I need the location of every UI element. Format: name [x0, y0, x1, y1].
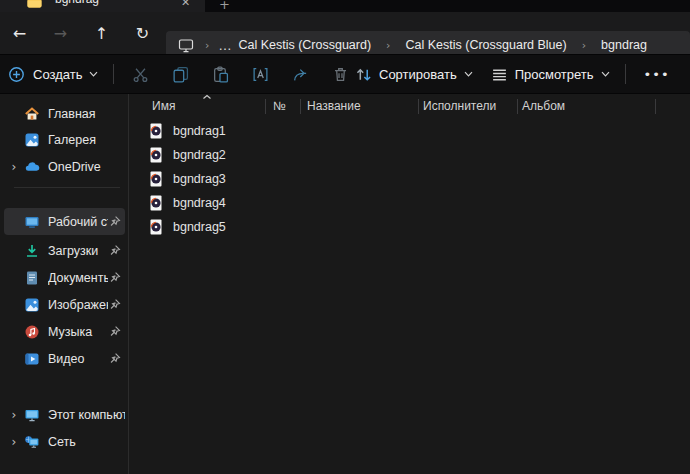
navigation-pane: Главная Галерея › OneDrive: [0, 94, 128, 474]
media-file-icon: [148, 195, 164, 211]
chevron-right-icon: ›: [377, 39, 399, 52]
copy-icon: [172, 66, 189, 83]
column-header-title[interactable]: Название: [307, 99, 361, 113]
paste-icon: [212, 66, 229, 83]
file-row[interactable]: bgndrag1: [129, 119, 690, 143]
new-tab-button[interactable]: +: [219, 0, 230, 12]
sidebar-item-gallery[interactable]: Галерея: [4, 126, 125, 153]
file-row[interactable]: bgndrag4: [129, 191, 690, 215]
file-row[interactable]: bgndrag3: [129, 167, 690, 191]
sidebar-item-network[interactable]: › Сеть: [4, 428, 125, 455]
media-file-icon: [148, 123, 164, 139]
sidebar-separator: [14, 187, 120, 188]
breadcrumb-overflow-button[interactable]: …: [218, 38, 232, 53]
column-resize-handle[interactable]: [655, 99, 656, 114]
file-row[interactable]: bgndrag2: [129, 143, 690, 167]
share-button[interactable]: [280, 60, 320, 88]
tab-title: bgndrag: [55, 0, 99, 6]
file-name: bgndrag3: [173, 172, 226, 186]
sidebar-item-music[interactable]: Музыка: [4, 318, 125, 345]
expand-chevron-icon[interactable]: ›: [4, 408, 24, 422]
rename-button[interactable]: [240, 60, 280, 88]
column-resize-handle[interactable]: [517, 99, 518, 114]
forward-button[interactable]: →: [45, 18, 76, 48]
navigation-bar: ← → ↑ ↻ › … Cal Kestis (Crossguard) › Ca…: [0, 12, 690, 54]
pin-icon: [108, 215, 122, 228]
breadcrumb-item[interactable]: bgndrag: [595, 38, 653, 52]
refresh-button[interactable]: ↻: [127, 18, 158, 48]
chevron-down-icon: [464, 71, 473, 77]
music-icon: [24, 324, 40, 340]
expand-chevron-icon[interactable]: ›: [4, 160, 24, 174]
rename-icon: [252, 66, 269, 83]
column-header-row: Имя № Название Исполнители Альбом: [129, 94, 690, 119]
chevron-right-icon: ›: [573, 39, 595, 52]
paste-button[interactable]: [200, 60, 240, 88]
column-resize-handle[interactable]: [265, 99, 266, 114]
pin-icon: [108, 244, 122, 257]
copy-button[interactable]: [160, 60, 200, 88]
tab-bar: bgndrag ✕ +: [0, 0, 690, 12]
sidebar-item-videos[interactable]: Видео: [4, 345, 125, 372]
breadcrumb-item[interactable]: Cal Kestis (Crossguard): [232, 38, 377, 52]
pin-icon: [108, 325, 122, 338]
column-header-name[interactable]: Имя: [152, 99, 175, 113]
sort-button[interactable]: Сортировать: [346, 60, 482, 88]
sidebar-item-onedrive[interactable]: › OneDrive: [4, 153, 125, 180]
sidebar-item-pictures[interactable]: Изображения: [4, 291, 125, 318]
this-pc-icon: [178, 38, 194, 53]
new-button-label: Создать: [33, 67, 82, 82]
gallery-icon: [24, 132, 40, 148]
circle-plus-icon: [8, 66, 25, 83]
more-options-button[interactable]: •••: [632, 67, 682, 82]
column-header-number[interactable]: №: [273, 99, 286, 113]
documents-icon: [24, 270, 40, 286]
file-name: bgndrag4: [173, 196, 226, 210]
sidebar-item-this-pc[interactable]: › Этот компьютер: [4, 401, 125, 428]
tab-close-icon[interactable]: ✕: [181, 0, 190, 9]
expand-chevron-icon[interactable]: ›: [4, 435, 24, 449]
this-pc-icon: [24, 407, 40, 423]
home-icon: [24, 106, 40, 122]
view-button[interactable]: Просмотреть: [482, 60, 619, 88]
chevron-down-icon: [601, 71, 610, 77]
tab-bgndrag[interactable]: bgndrag ✕: [0, 0, 205, 12]
network-icon: [24, 434, 40, 450]
folder-icon: [27, 0, 42, 8]
pin-icon: [108, 298, 122, 311]
sidebar-item-downloads[interactable]: Загрузки: [4, 237, 125, 264]
view-button-label: Просмотреть: [515, 67, 594, 82]
sidebar-item-documents[interactable]: Документы: [4, 264, 125, 291]
onedrive-icon: [24, 159, 40, 175]
up-button[interactable]: ↑: [86, 18, 117, 48]
sidebar-item-desktop[interactable]: Рабочий стол: [4, 208, 125, 235]
file-name: bgndrag5: [173, 220, 226, 234]
column-header-artists[interactable]: Исполнители: [423, 99, 496, 113]
new-button[interactable]: Создать: [2, 60, 107, 88]
share-icon: [292, 66, 309, 83]
cut-button[interactable]: [120, 60, 160, 88]
media-file-icon: [148, 171, 164, 187]
column-header-album[interactable]: Альбом: [522, 99, 565, 113]
sort-arrows-icon: [355, 66, 372, 83]
sort-ascending-icon: [202, 94, 212, 100]
scissors-icon: [132, 66, 149, 83]
video-icon: [24, 351, 40, 367]
media-file-icon: [148, 147, 164, 163]
chevron-right-icon: ›: [196, 39, 218, 52]
sidebar-item-home[interactable]: Главная: [4, 100, 125, 127]
pin-icon: [108, 271, 122, 284]
back-button[interactable]: ←: [4, 18, 35, 48]
column-resize-handle[interactable]: [418, 99, 419, 114]
file-explorer-window: bgndrag ✕ + ← → ↑ ↻ › … Cal Kestis (Cros…: [0, 0, 690, 474]
chevron-down-icon: [89, 71, 98, 77]
media-file-icon: [148, 219, 164, 235]
desktop-icon: [24, 214, 40, 230]
breadcrumb-item[interactable]: Cal Kestis (Crossguard Blue): [400, 38, 573, 52]
file-name: bgndrag2: [173, 148, 226, 162]
file-row[interactable]: bgndrag5: [129, 215, 690, 239]
view-lines-icon: [491, 66, 508, 83]
column-resize-handle[interactable]: [300, 99, 301, 114]
pictures-icon: [24, 297, 40, 313]
file-name: bgndrag1: [173, 124, 226, 138]
